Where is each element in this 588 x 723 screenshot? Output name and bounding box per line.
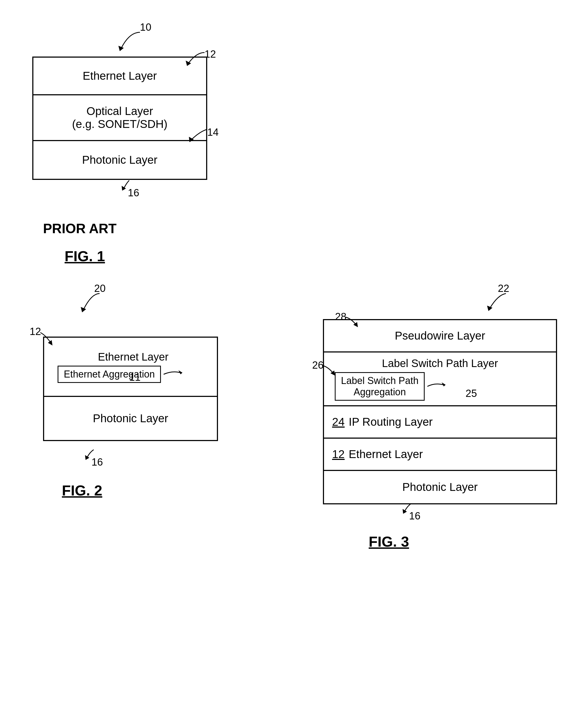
svg-marker-7 bbox=[85, 455, 89, 460]
arrow-10 bbox=[108, 29, 148, 57]
fig1-opt-layer: Optical Layer (e.g. SONET/SDH) bbox=[34, 95, 206, 141]
svg-marker-3 bbox=[122, 186, 126, 190]
ref-11-label: 11 bbox=[129, 371, 141, 383]
fig1-eth-layer: Ethernet Layer bbox=[34, 58, 206, 95]
svg-marker-0 bbox=[119, 46, 124, 51]
fig2-diagram: Ethernet Layer Ethernet Aggregation Phot… bbox=[43, 337, 218, 441]
fig2-pho-layer: Photonic Layer bbox=[44, 397, 217, 440]
fig3-ip-layer: 24 IP Routing Layer bbox=[324, 406, 556, 439]
svg-marker-8 bbox=[487, 306, 492, 311]
fig3-pseudo-layer: Pseudowire Layer bbox=[324, 320, 556, 353]
ref-25-label: 25 bbox=[465, 388, 477, 399]
fig3-pho-layer: Photonic Layer bbox=[324, 471, 556, 503]
fig2-eth-layer: Ethernet Layer Ethernet Aggregation bbox=[44, 338, 217, 397]
arrow-20 bbox=[75, 291, 108, 318]
fig1-diagram: Ethernet Layer Optical Layer (e.g. SONET… bbox=[32, 57, 207, 180]
fig1-pho-layer: Photonic Layer bbox=[34, 141, 206, 179]
svg-marker-12 bbox=[403, 509, 407, 514]
arrow-lsp-agg bbox=[426, 381, 447, 392]
arrow-16-fig1 bbox=[119, 178, 134, 191]
prior-art-label: PRIOR ART bbox=[43, 221, 117, 236]
arrow-14 bbox=[186, 126, 213, 145]
arrow-16-fig2 bbox=[83, 447, 99, 460]
fig2-title: FIG. 2 bbox=[62, 482, 102, 499]
fig3-agg-box: Label Switch Path Aggregation bbox=[335, 372, 425, 401]
arrow-16-fig3 bbox=[400, 501, 417, 514]
arrow-22 bbox=[479, 291, 511, 318]
fig3-lsp-layer: Label Switch Path Layer Label Switch Pat… bbox=[324, 353, 556, 406]
fig3-title: FIG. 3 bbox=[369, 533, 409, 550]
fig2-eth-text: Ethernet Layer bbox=[52, 351, 214, 363]
fig3-lsp-text: Label Switch Path Layer bbox=[332, 357, 548, 369]
page: 10 12 Ethernet Layer Optical Layer (e.g.… bbox=[0, 0, 588, 723]
svg-marker-4 bbox=[81, 307, 86, 313]
arrow-agg-fig2 bbox=[162, 369, 184, 380]
fig3-eth-layer: 12 Ethernet Layer bbox=[324, 439, 556, 471]
fig2-agg-box: Ethernet Aggregation bbox=[58, 366, 161, 383]
fig1-title: FIG. 1 bbox=[65, 248, 105, 264]
fig3-diagram: Pseudowire Layer Label Switch Path Layer… bbox=[323, 319, 557, 504]
